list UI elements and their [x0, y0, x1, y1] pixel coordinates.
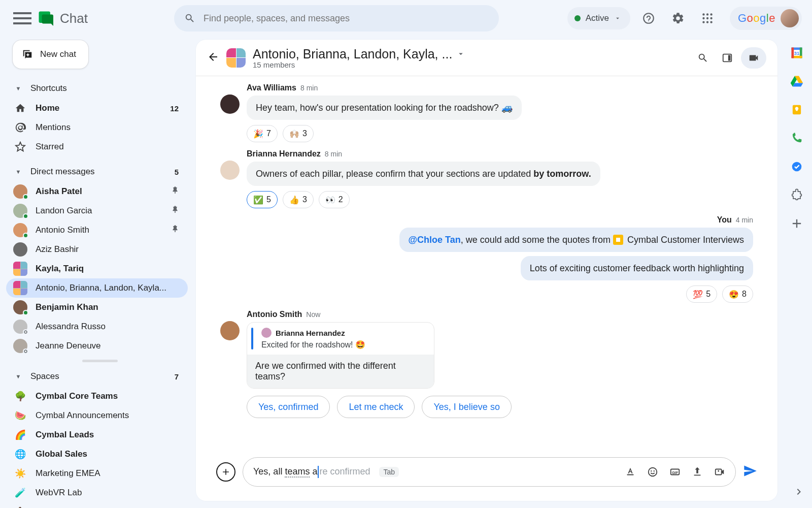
compose-input[interactable]: Yes, all teams are confirmed Tab GIF: [243, 457, 736, 487]
format-button[interactable]: [622, 463, 639, 481]
video-plus-icon: [714, 466, 725, 478]
new-chat-icon: [22, 49, 33, 60]
nav-home[interactable]: Home 12: [6, 99, 188, 118]
home-icon: [15, 103, 26, 114]
search-input[interactable]: [204, 13, 489, 24]
conversation-panel: Antonio, Brianna, Landon, Kayla, ... 15 …: [196, 40, 777, 501]
dm-item[interactable]: Landon Garcia: [6, 201, 188, 220]
side-panel-rail: 31: [782, 46, 812, 231]
section-spaces[interactable]: ▼ Spaces 7: [6, 366, 188, 387]
space-item[interactable]: 🌈Cymbal Leads: [6, 425, 188, 444]
space-item[interactable]: 🌐Global Sales: [6, 444, 188, 464]
svg-point-16: [654, 470, 655, 471]
upload-button[interactable]: [689, 463, 706, 481]
gif-button[interactable]: GIF: [666, 463, 684, 481]
search-in-conversation-button[interactable]: [692, 47, 714, 69]
drive-app[interactable]: [790, 74, 804, 88]
addons-app[interactable]: [790, 188, 804, 202]
video-message-button[interactable]: [711, 463, 728, 481]
dm-label: Aisha Patel: [36, 186, 171, 197]
nav-mentions[interactable]: Mentions: [6, 118, 188, 137]
compose-text: Yes, all teams are confirmed: [253, 466, 370, 478]
help-button[interactable]: [637, 7, 660, 29]
dm-item[interactable]: Jeanne Deneuve: [6, 336, 188, 356]
dm-label: Antonio, Brianna, Landon, Kayla...: [36, 283, 182, 293]
space-item[interactable]: 🏃Offsite event planning: [6, 502, 188, 508]
dm-label: Benjamin Khan: [36, 302, 182, 312]
space-item[interactable]: 🍉Cymbal Announcements: [6, 406, 188, 425]
collapse-icon: ▼: [13, 373, 23, 379]
message-text: Are we confirmed with the different team…: [247, 355, 434, 388]
back-button[interactable]: [207, 51, 219, 65]
gear-icon: [671, 12, 685, 25]
voice-app[interactable]: [790, 131, 804, 145]
avatar: [13, 281, 27, 295]
space-label: Cymbal Announcements: [36, 410, 182, 421]
file-chip[interactable]: Cymbal Customer Interviews: [613, 233, 744, 246]
dm-item[interactable]: Kayla, Tariq: [6, 259, 188, 278]
quoted-message: Brianna Hernandez Excited for the roadsh…: [247, 322, 434, 389]
smart-reply[interactable]: Let me check: [337, 396, 415, 418]
tasks-app[interactable]: [790, 160, 804, 174]
dm-item[interactable]: Antonio, Brianna, Landon, Kayla...: [6, 278, 188, 298]
add-attachment-button[interactable]: [216, 462, 235, 482]
svg-point-14: [649, 468, 657, 477]
main-menu-button[interactable]: [10, 6, 35, 30]
send-icon: [743, 464, 757, 478]
conversation-title[interactable]: Antonio, Brianna, Landon, Kayla, ...: [253, 47, 465, 61]
extension-icon: [790, 188, 804, 202]
reaction[interactable]: 😍8: [722, 285, 753, 303]
account-badge[interactable]: Google: [730, 7, 802, 30]
get-addons[interactable]: [790, 216, 804, 231]
svg-rect-1: [42, 15, 54, 24]
smart-reply[interactable]: Yes, confirmed: [247, 396, 330, 418]
space-item[interactable]: 🧪WebVR Lab: [6, 483, 188, 502]
space-item[interactable]: ☀️Marketing EMEA: [6, 464, 188, 483]
dm-label: Landon Garcia: [36, 206, 171, 216]
reaction[interactable]: 💯5: [686, 285, 717, 303]
send-button[interactable]: [743, 464, 757, 480]
emoji-button[interactable]: [644, 463, 661, 481]
reaction-emoji: ✅: [253, 195, 263, 205]
calendar-icon: 31: [790, 46, 804, 60]
reaction[interactable]: ✅5: [247, 191, 278, 208]
dm-item[interactable]: Aisha Patel: [6, 182, 188, 201]
resize-handle[interactable]: [82, 360, 118, 362]
nav-starred[interactable]: Starred: [6, 137, 188, 156]
svg-point-4: [710, 13, 712, 15]
reaction[interactable]: 🙌🏼3: [283, 125, 314, 142]
reaction[interactable]: 👍3: [283, 191, 314, 208]
dm-item[interactable]: Benjamin Khan: [6, 298, 188, 317]
search-bar[interactable]: [174, 5, 499, 31]
message: Antonio SmithNow Brianna Hernandez Excit…: [220, 310, 753, 389]
svg-point-8: [702, 21, 704, 23]
collapse-rail-button[interactable]: [793, 486, 805, 500]
section-dms[interactable]: ▼ Direct messages 5: [6, 162, 188, 182]
keep-app[interactable]: [790, 103, 804, 117]
apps-button[interactable]: [696, 7, 719, 29]
reaction[interactable]: 👀2: [319, 191, 350, 208]
settings-button[interactable]: [667, 7, 689, 29]
toggle-side-panel-button[interactable]: [717, 47, 738, 69]
smart-reply[interactable]: Yes, I believe so: [422, 396, 511, 418]
new-chat-button[interactable]: New chat: [12, 40, 89, 69]
section-shortcuts[interactable]: ▼ Shortcuts: [6, 78, 188, 99]
calendar-app[interactable]: 31: [790, 46, 804, 60]
dm-item[interactable]: Alessandra Russo: [6, 317, 188, 336]
space-label: Global Sales: [36, 449, 182, 459]
dm-item[interactable]: Antonio Smith: [6, 220, 188, 240]
dm-item[interactable]: Aziz Bashir: [6, 240, 188, 259]
reaction-count: 7: [266, 129, 271, 138]
message-bubble: Lots of exciting customer feedback worth…: [521, 256, 753, 280]
reaction[interactable]: 🎉7: [247, 125, 278, 142]
svg-point-9: [706, 21, 708, 23]
mention[interactable]: @Chloe Tan: [409, 235, 461, 245]
svg-point-2: [702, 13, 704, 15]
panel-icon: [722, 52, 733, 64]
space-item[interactable]: 🌳Cymbal Core Teams: [6, 387, 188, 406]
quote-from: Brianna Hernandez: [261, 328, 427, 338]
reaction-count: 3: [302, 195, 307, 204]
message-bubble: Hey team, how's our presentation looking…: [247, 96, 522, 120]
status-selector[interactable]: Active: [567, 7, 630, 29]
start-meeting-button[interactable]: [741, 47, 766, 69]
